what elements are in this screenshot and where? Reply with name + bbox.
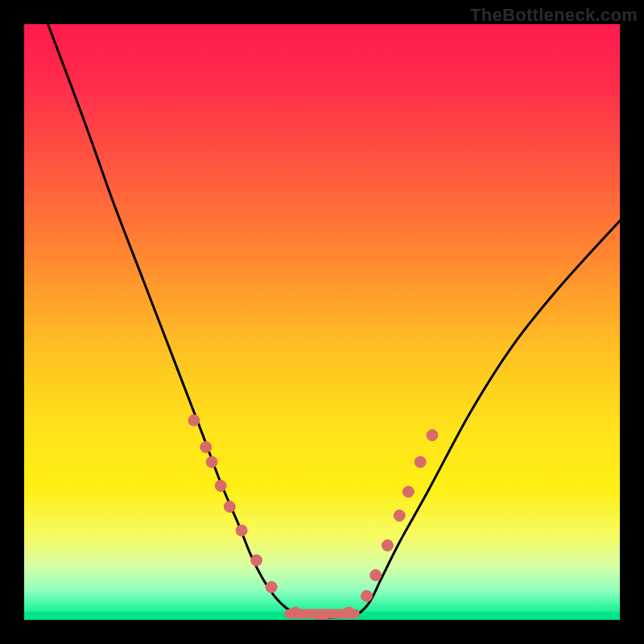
- bottleneck-curve: [48, 24, 620, 617]
- marker-dot: [343, 607, 354, 618]
- marker-dot: [215, 481, 226, 492]
- marker-dot: [200, 441, 212, 452]
- marker-dot: [290, 607, 301, 618]
- marker-dot: [206, 456, 217, 468]
- marker-dot: [370, 570, 382, 581]
- curve-layer: [24, 24, 620, 620]
- marker-dot: [316, 611, 328, 620]
- marker-dot: [251, 555, 262, 566]
- marker-dot: [382, 540, 393, 551]
- watermark-text: TheBottleneck.com: [470, 5, 638, 26]
- marker-dot: [361, 590, 373, 601]
- marker-dot: [224, 501, 235, 512]
- marker-dot: [236, 525, 247, 536]
- marker-dot: [188, 415, 200, 426]
- marker-dot: [427, 430, 438, 441]
- marker-dots: [188, 415, 438, 620]
- marker-dot: [266, 581, 277, 592]
- marker-dot: [415, 456, 426, 468]
- marker-dot: [402, 486, 414, 497]
- marker-dot: [394, 510, 405, 522]
- chart-container: TheBottleneck.com: [0, 0, 644, 644]
- plot-area: [24, 24, 620, 620]
